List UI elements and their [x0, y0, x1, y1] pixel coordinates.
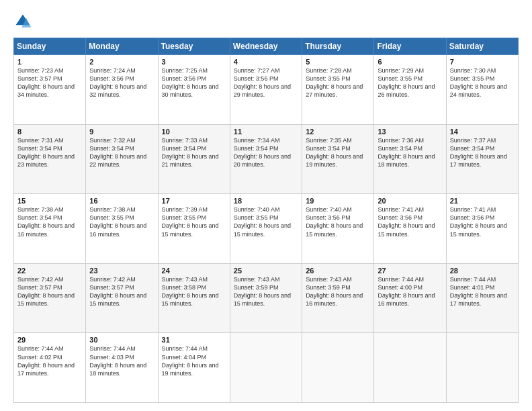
- sunrise-label: Sunrise: 7:42 AM: [89, 276, 136, 283]
- daylight-label: Daylight: 8 hours and 15 minutes.: [17, 292, 75, 307]
- daylight-label: Daylight: 8 hours and 15 minutes.: [89, 292, 146, 307]
- calendar-cell: 19 Sunrise: 7:40 AM Sunset: 3:56 PM Dayl…: [302, 194, 374, 264]
- sunrise-label: Sunrise: 7:35 AM: [306, 137, 352, 144]
- day-info: Sunrise: 7:43 AM Sunset: 3:59 PM Dayligh…: [306, 275, 370, 308]
- sunset-label: Sunset: 4:00 PM: [378, 284, 423, 291]
- calendar-cell: 3 Sunrise: 7:25 AM Sunset: 3:56 PM Dayli…: [158, 55, 230, 125]
- day-info: Sunrise: 7:43 AM Sunset: 3:59 PM Dayligh…: [234, 275, 298, 308]
- day-number: 3: [162, 58, 226, 66]
- day-info: Sunrise: 7:35 AM Sunset: 3:54 PM Dayligh…: [306, 136, 370, 169]
- sunset-label: Sunset: 3:55 PM: [162, 214, 207, 221]
- calendar-cell: 30 Sunrise: 7:44 AM Sunset: 4:03 PM Dayl…: [86, 333, 158, 403]
- sunrise-label: Sunrise: 7:38 AM: [89, 206, 136, 213]
- daylight-label: Daylight: 8 hours and 24 minutes.: [450, 83, 507, 98]
- daylight-label: Daylight: 8 hours and 15 minutes.: [234, 222, 291, 237]
- sunrise-label: Sunrise: 7:29 AM: [378, 67, 424, 74]
- calendar-cell: 11 Sunrise: 7:34 AM Sunset: 3:54 PM Dayl…: [230, 124, 302, 194]
- daylight-label: Daylight: 8 hours and 21 minutes.: [162, 153, 219, 168]
- calendar-cell: 20 Sunrise: 7:41 AM Sunset: 3:56 PM Dayl…: [374, 194, 446, 264]
- daylight-label: Daylight: 8 hours and 23 minutes.: [17, 153, 75, 168]
- day-info: Sunrise: 7:27 AM Sunset: 3:56 PM Dayligh…: [234, 66, 298, 99]
- day-number: 24: [162, 267, 226, 275]
- daylight-label: Daylight: 8 hours and 30 minutes.: [162, 83, 219, 98]
- calendar-cell: 22 Sunrise: 7:42 AM Sunset: 3:57 PM Dayl…: [14, 263, 86, 333]
- calendar-cell: 28 Sunrise: 7:44 AM Sunset: 4:01 PM Dayl…: [446, 263, 518, 333]
- daylight-label: Daylight: 8 hours and 16 minutes.: [306, 292, 363, 307]
- day-number: 12: [306, 128, 370, 136]
- day-number: 9: [89, 128, 154, 136]
- day-number: 1: [17, 58, 82, 66]
- sunset-label: Sunset: 3:54 PM: [17, 145, 62, 152]
- day-number: 30: [89, 336, 154, 344]
- calendar-day-header: Sunday: [14, 38, 86, 55]
- calendar-cell: [302, 333, 374, 403]
- day-info: Sunrise: 7:39 AM Sunset: 3:55 PM Dayligh…: [162, 205, 226, 238]
- sunset-label: Sunset: 3:56 PM: [162, 75, 207, 82]
- sunrise-label: Sunrise: 7:42 AM: [17, 276, 64, 283]
- sunset-label: Sunset: 3:55 PM: [450, 75, 495, 82]
- calendar-cell: 2 Sunrise: 7:24 AM Sunset: 3:56 PM Dayli…: [86, 55, 158, 125]
- sunrise-label: Sunrise: 7:41 AM: [378, 206, 424, 213]
- day-number: 15: [17, 197, 82, 205]
- sunset-label: Sunset: 3:54 PM: [306, 145, 351, 152]
- sunrise-label: Sunrise: 7:43 AM: [306, 276, 352, 283]
- day-number: 14: [450, 128, 515, 136]
- day-number: 19: [306, 197, 370, 205]
- daylight-label: Daylight: 8 hours and 17 minutes.: [17, 362, 75, 377]
- sunset-label: Sunset: 3:54 PM: [234, 145, 279, 152]
- day-number: 18: [234, 197, 298, 205]
- day-number: 6: [378, 58, 442, 66]
- sunrise-label: Sunrise: 7:23 AM: [17, 67, 64, 74]
- day-info: Sunrise: 7:37 AM Sunset: 3:54 PM Dayligh…: [450, 136, 515, 169]
- day-info: Sunrise: 7:44 AM Sunset: 4:04 PM Dayligh…: [162, 345, 226, 377]
- sunset-label: Sunset: 3:56 PM: [306, 214, 351, 221]
- sunrise-label: Sunrise: 7:44 AM: [89, 345, 136, 352]
- calendar-day-header: Friday: [374, 38, 446, 55]
- daylight-label: Daylight: 8 hours and 27 minutes.: [306, 83, 363, 98]
- sunrise-label: Sunrise: 7:25 AM: [162, 67, 208, 74]
- daylight-label: Daylight: 8 hours and 32 minutes.: [89, 83, 146, 98]
- sunset-label: Sunset: 3:55 PM: [234, 214, 279, 221]
- day-number: 23: [89, 267, 154, 275]
- sunrise-label: Sunrise: 7:44 AM: [378, 276, 424, 283]
- daylight-label: Daylight: 8 hours and 16 minutes.: [89, 222, 146, 237]
- calendar-week-row: 15 Sunrise: 7:38 AM Sunset: 3:54 PM Dayl…: [14, 194, 519, 264]
- calendar-day-header: Wednesday: [230, 38, 302, 55]
- day-info: Sunrise: 7:42 AM Sunset: 3:57 PM Dayligh…: [17, 275, 82, 308]
- sunset-label: Sunset: 3:57 PM: [17, 75, 62, 82]
- day-number: 26: [306, 267, 370, 275]
- sunset-label: Sunset: 3:56 PM: [234, 75, 279, 82]
- sunset-label: Sunset: 3:57 PM: [17, 284, 62, 291]
- day-info: Sunrise: 7:29 AM Sunset: 3:55 PM Dayligh…: [378, 66, 442, 99]
- day-number: 28: [450, 267, 515, 275]
- day-info: Sunrise: 7:43 AM Sunset: 3:58 PM Dayligh…: [162, 275, 226, 308]
- day-info: Sunrise: 7:31 AM Sunset: 3:54 PM Dayligh…: [17, 136, 82, 169]
- day-info: Sunrise: 7:42 AM Sunset: 3:57 PM Dayligh…: [89, 275, 154, 308]
- calendar-cell: 6 Sunrise: 7:29 AM Sunset: 3:55 PM Dayli…: [374, 55, 446, 125]
- day-info: Sunrise: 7:44 AM Sunset: 4:01 PM Dayligh…: [450, 275, 515, 308]
- day-number: 21: [450, 197, 515, 205]
- sunset-label: Sunset: 3:58 PM: [162, 284, 207, 291]
- calendar-cell: 4 Sunrise: 7:27 AM Sunset: 3:56 PM Dayli…: [230, 55, 302, 125]
- calendar-cell: 26 Sunrise: 7:43 AM Sunset: 3:59 PM Dayl…: [302, 263, 374, 333]
- calendar-cell: 16 Sunrise: 7:38 AM Sunset: 3:55 PM Dayl…: [86, 194, 158, 264]
- daylight-label: Daylight: 8 hours and 15 minutes.: [234, 292, 291, 307]
- calendar-cell: 21 Sunrise: 7:41 AM Sunset: 3:56 PM Dayl…: [446, 194, 518, 264]
- calendar-day-header: Thursday: [302, 38, 374, 55]
- day-number: 25: [234, 267, 298, 275]
- day-number: 29: [17, 336, 82, 344]
- daylight-label: Daylight: 8 hours and 15 minutes.: [162, 222, 219, 237]
- calendar-cell: 12 Sunrise: 7:35 AM Sunset: 3:54 PM Dayl…: [302, 124, 374, 194]
- sunrise-label: Sunrise: 7:44 AM: [450, 276, 496, 283]
- calendar-header-row: SundayMondayTuesdayWednesdayThursdayFrid…: [14, 38, 519, 55]
- day-number: 7: [450, 58, 515, 66]
- sunrise-label: Sunrise: 7:41 AM: [450, 206, 496, 213]
- calendar-cell: 9 Sunrise: 7:32 AM Sunset: 3:54 PM Dayli…: [86, 124, 158, 194]
- day-number: 13: [378, 128, 442, 136]
- sunrise-label: Sunrise: 7:40 AM: [234, 206, 280, 213]
- day-number: 8: [17, 128, 82, 136]
- sunset-label: Sunset: 3:54 PM: [378, 145, 423, 152]
- day-info: Sunrise: 7:36 AM Sunset: 3:54 PM Dayligh…: [378, 136, 442, 169]
- sunset-label: Sunset: 3:54 PM: [17, 214, 62, 221]
- sunrise-label: Sunrise: 7:30 AM: [450, 67, 496, 74]
